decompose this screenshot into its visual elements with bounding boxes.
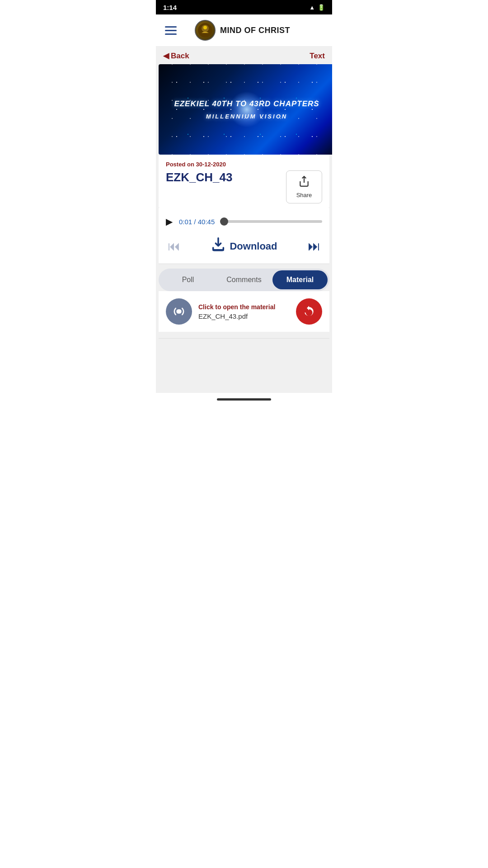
battery-icon: 🔋 (318, 4, 325, 11)
download-icon (211, 237, 226, 255)
back-button[interactable]: ◀ Back (163, 51, 189, 61)
click-to-open[interactable]: Click to open the material (198, 303, 290, 311)
video-thumbnail[interactable]: EZEKIEL 40TH TO 43RD CHAPTERS MILLENNIUM… (159, 64, 332, 155)
svg-point-2 (203, 26, 207, 29)
progress-bar[interactable] (221, 220, 322, 223)
share-button[interactable]: Share (286, 170, 322, 203)
status-bar: 1:14 ▲ 🔋 (156, 0, 332, 14)
refresh-icon (302, 305, 316, 318)
back-arrow-icon: ◀ (163, 51, 169, 61)
forward-button[interactable]: ⏭ (308, 239, 320, 254)
header-center: MIND OF CHRIST (195, 20, 290, 41)
tabs-row: Poll Comments Material (159, 269, 329, 291)
share-label: Share (296, 192, 312, 198)
thumbnail-subtitle: MILLENNIUM VISION (174, 113, 319, 120)
time-display: 0:01 / 40:45 (179, 218, 215, 226)
audio-player: ▶ 0:01 / 40:45 (159, 208, 329, 231)
text-label: Text (310, 52, 325, 60)
thumbnail-text: EZEKIEL 40TH TO 43RD CHAPTERS MILLENNIUM… (174, 99, 319, 119)
player-controls: ⏮ Download ⏭ (159, 231, 329, 264)
progress-thumb[interactable] (220, 217, 228, 226)
material-item: Click to open the material EZK_CH_43.pdf (166, 298, 322, 325)
title-share-row: EZK_CH_43 Share (166, 170, 322, 203)
podcast-icon (166, 298, 192, 325)
share-icon (298, 175, 310, 190)
app-header: MIND OF CHRIST (156, 14, 332, 47)
logo-icon (197, 22, 213, 38)
divider-2 (159, 338, 329, 339)
content-area: ◀ Back Text EZEKIEL 40TH TO 43RD CHAPTER… (156, 47, 332, 393)
material-info: Click to open the material EZK_CH_43.pdf (198, 303, 290, 320)
nav-row: ◀ Back Text (156, 47, 332, 64)
divider-1 (159, 264, 329, 264)
header-title: MIND OF CHRIST (220, 26, 290, 35)
status-time: 1:14 (163, 4, 177, 11)
download-button[interactable]: Download (211, 237, 277, 255)
download-label: Download (230, 241, 277, 252)
pdf-filename: EZK_CH_43.pdf (198, 312, 290, 320)
play-button[interactable]: ▶ (166, 216, 173, 227)
tab-poll[interactable]: Poll (160, 270, 216, 289)
wifi-icon: ▲ (309, 4, 315, 11)
hamburger-menu[interactable] (165, 26, 177, 35)
app-logo (195, 20, 216, 41)
refresh-button[interactable] (296, 298, 322, 325)
posted-date: Posted on 30-12-2020 (166, 161, 322, 168)
back-label: Back (171, 52, 189, 61)
tab-comments[interactable]: Comments (216, 270, 272, 289)
home-indicator (217, 398, 271, 401)
media-title: EZK_CH_43 (166, 170, 232, 184)
svg-rect-4 (213, 249, 225, 251)
status-icons: ▲ 🔋 (309, 4, 325, 11)
podcast-svg (172, 305, 186, 318)
text-button[interactable]: Text (310, 52, 325, 61)
thumbnail-title: EZEKIEL 40TH TO 43RD CHAPTERS (174, 99, 319, 109)
material-section: Click to open the material EZK_CH_43.pdf (159, 291, 329, 332)
rewind-button[interactable]: ⏮ (168, 239, 180, 254)
media-card: Posted on 30-12-2020 EZK_CH_43 Share (159, 155, 329, 208)
tab-material[interactable]: Material (272, 270, 328, 289)
